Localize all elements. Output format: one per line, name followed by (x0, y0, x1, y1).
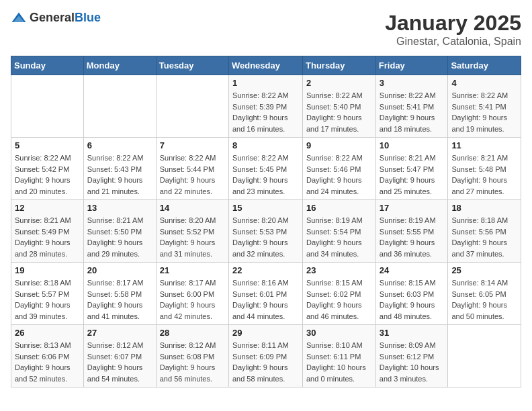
calendar-day-cell: 21Sunrise: 8:17 AMSunset: 6:00 PMDayligh… (156, 263, 228, 325)
calendar-day-cell: 26Sunrise: 8:13 AMSunset: 6:06 PMDayligh… (11, 325, 84, 387)
calendar-day-cell: 13Sunrise: 8:21 AMSunset: 5:50 PMDayligh… (83, 200, 156, 263)
day-number: 4 (451, 78, 517, 88)
day-number: 11 (451, 140, 517, 150)
calendar-day-cell: 29Sunrise: 8:11 AMSunset: 6:09 PMDayligh… (228, 325, 302, 387)
calendar-day-cell (83, 75, 156, 138)
day-detail: Sunrise: 8:11 AMSunset: 6:09 PMDaylight:… (232, 340, 299, 384)
day-detail: Sunrise: 8:16 AMSunset: 6:01 PMDaylight:… (232, 277, 299, 322)
day-detail: Sunrise: 8:22 AMSunset: 5:46 PMDaylight:… (306, 152, 372, 197)
day-detail: Sunrise: 8:22 AMSunset: 5:40 PMDaylight:… (306, 90, 372, 134)
day-detail: Sunrise: 8:21 AMSunset: 5:49 PMDaylight:… (15, 215, 80, 259)
weekday-header-cell: Sunday (11, 56, 84, 75)
calendar-day-cell: 25Sunrise: 8:14 AMSunset: 6:05 PMDayligh… (448, 263, 521, 325)
day-number: 24 (380, 265, 445, 275)
day-number: 30 (306, 328, 372, 338)
day-detail: Sunrise: 8:12 AMSunset: 6:07 PMDaylight:… (87, 340, 152, 384)
day-number: 14 (160, 203, 225, 213)
calendar-day-cell: 31Sunrise: 8:09 AMSunset: 6:12 PMDayligh… (375, 325, 448, 387)
day-number: 8 (232, 140, 299, 150)
day-number: 31 (380, 328, 445, 338)
day-detail: Sunrise: 8:22 AMSunset: 5:43 PMDaylight:… (87, 152, 152, 197)
calendar-day-cell: 2Sunrise: 8:22 AMSunset: 5:40 PMDaylight… (303, 75, 376, 138)
day-number: 27 (87, 328, 152, 338)
weekday-header-row: SundayMondayTuesdayWednesdayThursdayFrid… (11, 56, 521, 75)
logo-icon (11, 11, 27, 25)
calendar-day-cell: 18Sunrise: 8:18 AMSunset: 5:56 PMDayligh… (448, 200, 521, 263)
page-header: GeneralBlue January 2025 Ginestar, Catal… (11, 11, 521, 48)
day-detail: Sunrise: 8:22 AMSunset: 5:41 PMDaylight:… (451, 90, 517, 134)
day-number: 13 (87, 203, 152, 213)
calendar-day-cell (156, 75, 228, 138)
calendar-day-cell: 27Sunrise: 8:12 AMSunset: 6:07 PMDayligh… (83, 325, 156, 387)
day-detail: Sunrise: 8:22 AMSunset: 5:42 PMDaylight:… (15, 152, 80, 197)
calendar-table: SundayMondayTuesdayWednesdayThursdayFrid… (11, 56, 521, 387)
calendar-day-cell: 16Sunrise: 8:19 AMSunset: 5:54 PMDayligh… (303, 200, 376, 263)
day-number: 18 (451, 203, 517, 213)
logo-text-general: General (30, 11, 75, 24)
calendar-day-cell: 23Sunrise: 8:15 AMSunset: 6:02 PMDayligh… (303, 263, 376, 325)
day-detail: Sunrise: 8:15 AMSunset: 6:03 PMDaylight:… (380, 277, 445, 322)
day-number: 28 (160, 328, 225, 338)
calendar-day-cell: 12Sunrise: 8:21 AMSunset: 5:49 PMDayligh… (11, 200, 84, 263)
calendar-day-cell: 15Sunrise: 8:20 AMSunset: 5:53 PMDayligh… (228, 200, 302, 263)
day-number: 23 (306, 265, 372, 275)
day-number: 22 (232, 265, 299, 275)
day-detail: Sunrise: 8:20 AMSunset: 5:53 PMDaylight:… (232, 215, 299, 259)
location-title: Ginestar, Catalonia, Spain (385, 36, 521, 48)
day-number: 6 (87, 140, 152, 150)
month-title: January 2025 (385, 11, 521, 36)
day-number: 2 (306, 78, 372, 88)
day-detail: Sunrise: 8:21 AMSunset: 5:50 PMDaylight:… (87, 215, 152, 259)
day-number: 9 (306, 140, 372, 150)
weekday-header-cell: Thursday (303, 56, 376, 75)
calendar-day-cell: 11Sunrise: 8:21 AMSunset: 5:48 PMDayligh… (448, 138, 521, 200)
day-detail: Sunrise: 8:15 AMSunset: 6:02 PMDaylight:… (306, 277, 372, 322)
day-number: 7 (160, 140, 225, 150)
day-detail: Sunrise: 8:19 AMSunset: 5:55 PMDaylight:… (380, 215, 445, 259)
weekday-header-cell: Monday (83, 56, 156, 75)
weekday-header-cell: Tuesday (156, 56, 228, 75)
day-number: 3 (380, 78, 445, 88)
day-number: 29 (232, 328, 299, 338)
calendar-day-cell: 24Sunrise: 8:15 AMSunset: 6:03 PMDayligh… (375, 263, 448, 325)
calendar-day-cell: 7Sunrise: 8:22 AMSunset: 5:44 PMDaylight… (156, 138, 228, 200)
day-detail: Sunrise: 8:22 AMSunset: 5:39 PMDaylight:… (232, 90, 299, 134)
day-detail: Sunrise: 8:22 AMSunset: 5:45 PMDaylight:… (232, 152, 299, 197)
calendar-day-cell: 4Sunrise: 8:22 AMSunset: 5:41 PMDaylight… (448, 75, 521, 138)
calendar-day-cell: 20Sunrise: 8:17 AMSunset: 5:58 PMDayligh… (83, 263, 156, 325)
day-detail: Sunrise: 8:10 AMSunset: 6:11 PMDaylight:… (306, 340, 372, 384)
day-number: 1 (232, 78, 299, 88)
calendar-day-cell: 8Sunrise: 8:22 AMSunset: 5:45 PMDaylight… (228, 138, 302, 200)
weekday-header-cell: Friday (375, 56, 448, 75)
calendar-body: 1Sunrise: 8:22 AMSunset: 5:39 PMDaylight… (11, 75, 521, 387)
day-detail: Sunrise: 8:21 AMSunset: 5:47 PMDaylight:… (380, 152, 445, 197)
day-detail: Sunrise: 8:20 AMSunset: 5:52 PMDaylight:… (160, 215, 225, 259)
day-detail: Sunrise: 8:19 AMSunset: 5:54 PMDaylight:… (306, 215, 372, 259)
day-detail: Sunrise: 8:22 AMSunset: 5:41 PMDaylight:… (380, 90, 445, 134)
calendar-day-cell: 1Sunrise: 8:22 AMSunset: 5:39 PMDaylight… (228, 75, 302, 138)
calendar-day-cell (11, 75, 84, 138)
day-number: 17 (380, 203, 445, 213)
calendar-day-cell: 5Sunrise: 8:22 AMSunset: 5:42 PMDaylight… (11, 138, 84, 200)
calendar-day-cell: 6Sunrise: 8:22 AMSunset: 5:43 PMDaylight… (83, 138, 156, 200)
calendar-week-row: 1Sunrise: 8:22 AMSunset: 5:39 PMDaylight… (11, 75, 521, 138)
day-number: 15 (232, 203, 299, 213)
calendar-week-row: 26Sunrise: 8:13 AMSunset: 6:06 PMDayligh… (11, 325, 521, 387)
day-detail: Sunrise: 8:12 AMSunset: 6:08 PMDaylight:… (160, 340, 225, 384)
calendar-day-cell: 19Sunrise: 8:18 AMSunset: 5:57 PMDayligh… (11, 263, 84, 325)
day-number: 12 (15, 203, 80, 213)
day-detail: Sunrise: 8:18 AMSunset: 5:57 PMDaylight:… (15, 277, 80, 322)
day-detail: Sunrise: 8:21 AMSunset: 5:48 PMDaylight:… (451, 152, 517, 197)
calendar-day-cell (448, 325, 521, 387)
calendar-week-row: 5Sunrise: 8:22 AMSunset: 5:42 PMDaylight… (11, 138, 521, 200)
calendar-day-cell: 14Sunrise: 8:20 AMSunset: 5:52 PMDayligh… (156, 200, 228, 263)
day-detail: Sunrise: 8:13 AMSunset: 6:06 PMDaylight:… (15, 340, 80, 384)
day-number: 19 (15, 265, 80, 275)
day-detail: Sunrise: 8:14 AMSunset: 6:05 PMDaylight:… (451, 277, 517, 322)
day-detail: Sunrise: 8:18 AMSunset: 5:56 PMDaylight:… (451, 215, 517, 259)
day-number: 26 (15, 328, 80, 338)
day-number: 25 (451, 265, 517, 275)
weekday-header-cell: Saturday (448, 56, 521, 75)
day-number: 16 (306, 203, 372, 213)
calendar-day-cell: 30Sunrise: 8:10 AMSunset: 6:11 PMDayligh… (303, 325, 376, 387)
